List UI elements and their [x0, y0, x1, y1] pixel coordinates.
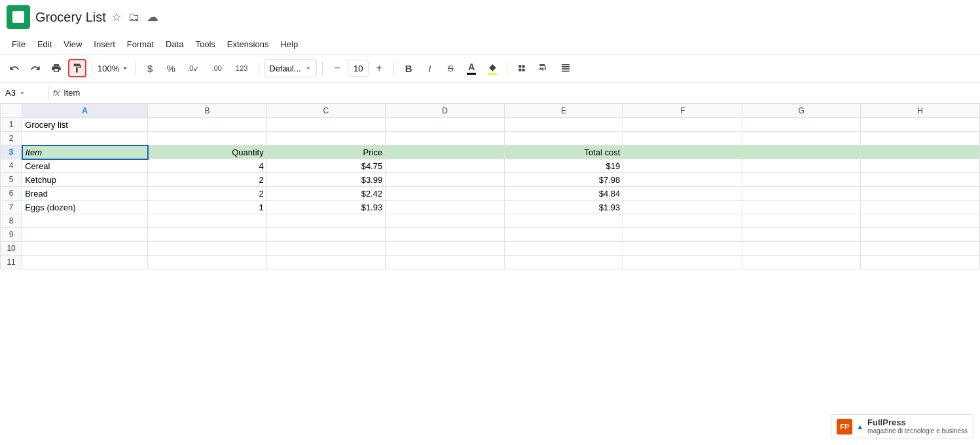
cell-F10[interactable]	[623, 242, 742, 256]
cell-E2[interactable]	[504, 132, 623, 145]
cell-C1[interactable]	[266, 118, 386, 132]
cell-A9[interactable]	[22, 228, 148, 242]
increase-decimal-button[interactable]: .00	[206, 59, 227, 77]
row-header-11[interactable]: 11	[1, 256, 22, 269]
cell-H2[interactable]	[861, 132, 980, 145]
cell-D5[interactable]	[386, 173, 505, 187]
cell-F3[interactable]	[623, 145, 742, 159]
menu-insert[interactable]: Insert	[88, 37, 120, 52]
cell-H7[interactable]	[861, 201, 980, 214]
folder-icon[interactable]: 🗂	[128, 10, 140, 24]
increase-font-size-button[interactable]: +	[370, 59, 388, 77]
cell-C4[interactable]: $4.75	[266, 159, 386, 173]
cell-B9[interactable]	[148, 228, 267, 242]
cell-B7[interactable]: 1	[148, 201, 267, 214]
cell-A4[interactable]: Cereal	[22, 159, 148, 173]
cell-A6[interactable]: Bread	[22, 187, 148, 201]
cell-G7[interactable]	[742, 201, 861, 214]
cell-G9[interactable]	[742, 228, 861, 242]
italic-button[interactable]: I	[420, 59, 439, 77]
cell-A10[interactable]	[22, 242, 148, 256]
col-header-f[interactable]: F	[623, 104, 742, 118]
cell-E9[interactable]	[504, 228, 623, 242]
row-header-9[interactable]: 9	[1, 228, 22, 242]
cell-A8[interactable]	[22, 214, 148, 228]
cell-A7[interactable]: Eggs (dozen)	[22, 201, 148, 214]
cell-C8[interactable]	[266, 214, 386, 228]
cell-C7[interactable]: $1.93	[266, 201, 386, 214]
cell-H9[interactable]	[861, 228, 980, 242]
cell-G4[interactable]	[742, 159, 861, 173]
currency-button[interactable]: $	[141, 59, 159, 77]
cell-A1[interactable]: Grocery list	[22, 118, 148, 132]
font-size-value[interactable]: 10	[348, 60, 369, 77]
row-header-3[interactable]: 3	[1, 145, 22, 159]
cell-E4[interactable]: $19	[504, 159, 623, 173]
menu-file[interactable]: File	[7, 37, 31, 52]
cell-H4[interactable]	[861, 159, 980, 173]
cell-E1[interactable]	[504, 118, 623, 132]
row-header-2[interactable]: 2	[1, 132, 22, 145]
cell-C6[interactable]: $2.42	[266, 187, 386, 201]
cell-D2[interactable]	[386, 132, 505, 145]
bold-button[interactable]: B	[399, 59, 418, 77]
align-button[interactable]	[554, 59, 577, 77]
cell-H3[interactable]	[861, 145, 980, 159]
print-button[interactable]	[47, 59, 65, 77]
cell-G11[interactable]	[742, 256, 861, 269]
cell-B11[interactable]	[148, 256, 267, 269]
cell-E3[interactable]: Total cost	[504, 145, 623, 159]
cell-E5[interactable]: $7.98	[504, 173, 623, 187]
decrease-font-size-button[interactable]: −	[328, 59, 346, 77]
col-header-b[interactable]: B	[148, 104, 267, 118]
cell-F11[interactable]	[623, 256, 742, 269]
menu-extensions[interactable]: Extensions	[222, 37, 274, 52]
cell-A5[interactable]: Ketchup	[22, 173, 148, 187]
cell-F5[interactable]	[623, 173, 742, 187]
cell-D9[interactable]	[386, 228, 505, 242]
fill-color-button[interactable]: ◆	[483, 58, 501, 78]
borders-button[interactable]	[513, 59, 531, 77]
cell-F7[interactable]	[623, 201, 742, 214]
cell-B4[interactable]: 4	[148, 159, 267, 173]
cell-G8[interactable]	[742, 214, 861, 228]
cell-F6[interactable]	[623, 187, 742, 201]
merge-button[interactable]	[534, 59, 552, 77]
row-header-7[interactable]: 7	[1, 201, 22, 214]
cell-G5[interactable]	[742, 173, 861, 187]
decrease-decimal-button[interactable]: .0↙	[183, 59, 204, 77]
cell-C11[interactable]	[266, 256, 386, 269]
cell-B1[interactable]	[148, 118, 267, 132]
cell-F4[interactable]	[623, 159, 742, 173]
cell-D7[interactable]	[386, 201, 505, 214]
cell-D3[interactable]	[386, 145, 505, 159]
cell-H1[interactable]	[861, 118, 980, 132]
font-dropdown[interactable]: Defaul...	[264, 59, 317, 77]
cell-D6[interactable]	[386, 187, 505, 201]
cell-A3[interactable]: Item	[22, 145, 148, 159]
cell-G6[interactable]	[742, 187, 861, 201]
col-header-h[interactable]: H	[861, 104, 980, 118]
col-header-g[interactable]: G	[742, 104, 861, 118]
more-formats-button[interactable]: 123	[230, 59, 253, 77]
row-header-6[interactable]: 6	[1, 187, 22, 201]
cell-F2[interactable]	[623, 132, 742, 145]
paint-format-button[interactable]	[68, 59, 86, 77]
col-header-c[interactable]: C	[266, 104, 386, 118]
font-color-button[interactable]: A	[462, 58, 481, 78]
cell-F8[interactable]	[623, 214, 742, 228]
row-header-5[interactable]: 5	[1, 173, 22, 187]
cell-B5[interactable]: 2	[148, 173, 267, 187]
cell-E7[interactable]: $1.93	[504, 201, 623, 214]
row-header-10[interactable]: 10	[1, 242, 22, 256]
cell-D11[interactable]	[386, 256, 505, 269]
cell-C10[interactable]	[266, 242, 386, 256]
cell-D10[interactable]	[386, 242, 505, 256]
cell-B2[interactable]	[148, 132, 267, 145]
cell-G3[interactable]	[742, 145, 861, 159]
menu-data[interactable]: Data	[160, 37, 189, 52]
zoom-control[interactable]: 100%	[98, 64, 130, 73]
row-header-8[interactable]: 8	[1, 214, 22, 228]
cell-G1[interactable]	[742, 118, 861, 132]
strikethrough-button[interactable]: S	[441, 59, 460, 77]
